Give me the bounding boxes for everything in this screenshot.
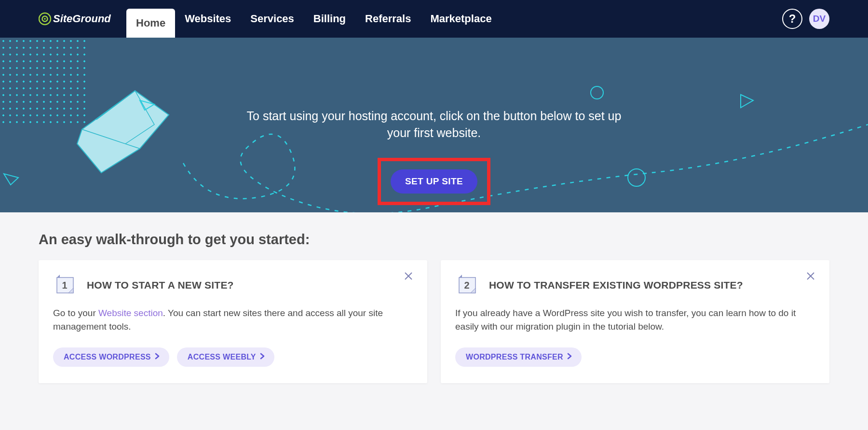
card-title: HOW TO TRANSFER EXISTING WORDPRESS SITE? <box>489 279 743 291</box>
note-badge-icon: 2 <box>455 275 478 296</box>
card-body: Go to your Website section. You can star… <box>53 306 413 333</box>
pill-label: ACCESS WEEBLY <box>188 353 256 361</box>
nav-tab-home[interactable]: Home <box>126 9 175 38</box>
nav-tab-label: Home <box>136 17 165 29</box>
nav-tab-label: Billing <box>313 13 346 25</box>
nav-tab-referrals[interactable]: Referrals <box>355 0 420 38</box>
card-body-text: If you already have a WordPress site you… <box>455 308 796 332</box>
card-actions: ACCESS WORDPRESS ACCESS WEEBLY <box>53 347 413 367</box>
badge-num: 2 <box>464 280 469 291</box>
hero-content: To start using your hosting account, cli… <box>236 38 632 205</box>
hero-banner: To start using your hosting account, cli… <box>0 38 868 212</box>
close-icon <box>806 272 815 280</box>
card-body-prefix: Go to your <box>53 308 98 318</box>
website-section-link[interactable]: Website section <box>98 308 163 318</box>
svg-marker-20 <box>459 275 462 277</box>
nav-tab-websites[interactable]: Websites <box>175 0 241 38</box>
nav-tab-services[interactable]: Services <box>241 0 304 38</box>
card-head: 1 HOW TO START A NEW SITE? <box>53 275 413 296</box>
help-icon: ? <box>789 12 796 26</box>
chevron-right-icon <box>260 353 265 361</box>
avatar-initials: DV <box>813 14 826 24</box>
svg-marker-15 <box>57 275 60 277</box>
card-actions: WORDPRESS TRANSFER <box>455 347 815 367</box>
access-wordpress-button[interactable]: ACCESS WORDPRESS <box>53 347 169 367</box>
card-close-button[interactable] <box>806 272 817 282</box>
nav-tab-label: Services <box>250 13 294 25</box>
section-title: An easy walk-through to get you started: <box>39 232 829 248</box>
cta-highlight-box: SET UP SITE <box>378 158 490 205</box>
card-close-button[interactable] <box>404 272 415 282</box>
chevron-right-icon <box>155 353 160 361</box>
brand-logo[interactable]: SiteGround <box>39 11 116 27</box>
card-body: If you already have a WordPress site you… <box>455 306 815 333</box>
pill-label: WORDPRESS TRANSFER <box>466 353 563 361</box>
walkthrough-card-1: 1 HOW TO START A NEW SITE? Go to your We… <box>39 260 427 383</box>
svg-marker-7 <box>741 95 753 108</box>
access-weebly-button[interactable]: ACCESS WEEBLY <box>177 347 274 367</box>
topnav: SiteGround Home Websites Services Billin… <box>0 0 868 38</box>
nav-right: ? DV <box>782 9 829 29</box>
badge-num: 1 <box>62 280 67 291</box>
svg-marker-5 <box>4 174 18 185</box>
help-button[interactable]: ? <box>782 9 802 29</box>
user-avatar[interactable]: DV <box>809 9 829 29</box>
cta-label: SET UP SITE <box>405 176 463 186</box>
svg-point-2 <box>44 18 46 20</box>
nav-tab-marketplace[interactable]: Marketplace <box>420 0 501 38</box>
walkthrough-section: An easy walk-through to get you started:… <box>0 212 868 402</box>
note-badge-icon: 1 <box>53 275 76 296</box>
nav-tabs: Home Websites Services Billing Referrals… <box>126 0 502 38</box>
nav-tab-label: Referrals <box>365 13 411 25</box>
walkthrough-card-2: 2 HOW TO TRANSFER EXISTING WORDPRESS SIT… <box>441 260 829 383</box>
hero-message: To start using your hosting account, cli… <box>236 108 632 141</box>
chevron-right-icon <box>567 353 572 361</box>
card-title: HOW TO START A NEW SITE? <box>87 279 234 291</box>
nav-tab-billing[interactable]: Billing <box>304 0 355 38</box>
wordpress-transfer-button[interactable]: WORDPRESS TRANSFER <box>455 347 582 367</box>
card-head: 2 HOW TO TRANSFER EXISTING WORDPRESS SIT… <box>455 275 815 296</box>
svg-marker-4 <box>140 100 154 110</box>
setup-site-button[interactable]: SET UP SITE <box>391 169 477 194</box>
dot-grid-icon <box>0 38 87 125</box>
pill-label: ACCESS WORDPRESS <box>64 353 151 361</box>
nav-tab-label: Marketplace <box>430 13 491 25</box>
nav-tab-label: Websites <box>185 13 231 25</box>
svg-marker-3 <box>77 91 169 173</box>
cards-row: 1 HOW TO START A NEW SITE? Go to your We… <box>39 260 829 383</box>
brand-text: SiteGround <box>53 13 111 25</box>
close-icon <box>404 272 413 280</box>
